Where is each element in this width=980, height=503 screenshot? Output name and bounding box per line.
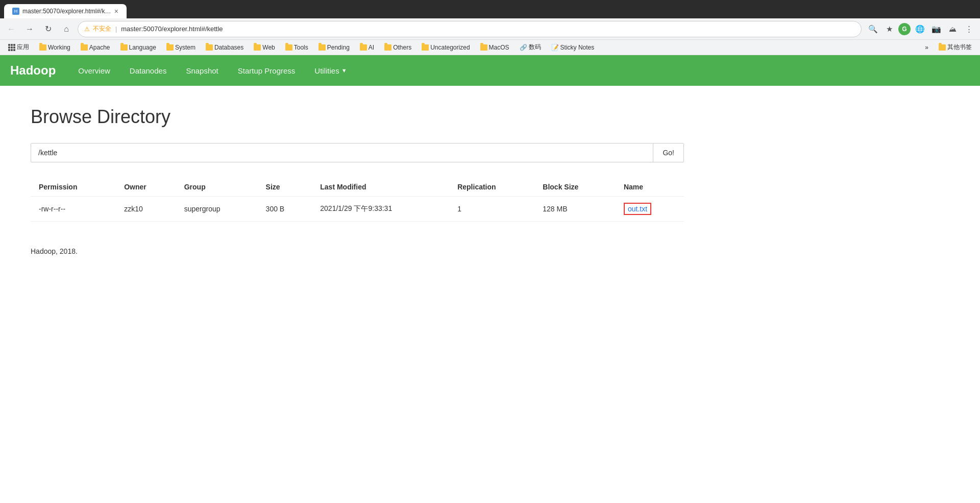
- bookmark-label: MacOS: [489, 44, 509, 51]
- col-replication: Replication: [449, 178, 534, 197]
- folder-icon: [318, 44, 326, 51]
- path-form: Go!: [31, 143, 684, 162]
- table-body: -rw-r--r-- zzk10 supergroup 300 B 2021/1…: [31, 197, 684, 222]
- bookmark-tools[interactable]: Tools: [281, 43, 312, 52]
- folder-icon: [422, 44, 429, 51]
- table-header: Permission Owner Group Size Last Modifie…: [31, 178, 684, 197]
- directory-table: Permission Owner Group Size Last Modifie…: [31, 178, 684, 222]
- table-row: -rw-r--r-- zzk10 supergroup 300 B 2021/1…: [31, 197, 684, 222]
- cell-block-size: 128 MB: [534, 197, 616, 222]
- bookmark-label: Working: [48, 44, 70, 51]
- bookmark-label: Language: [129, 44, 156, 51]
- bookmarks-more-button[interactable]: »: [921, 43, 933, 52]
- bookmark-pending[interactable]: Pending: [314, 43, 354, 52]
- bookmark-label: Uncategorized: [430, 44, 470, 51]
- bookmark-ai[interactable]: AI: [356, 43, 378, 52]
- bookmark-sticky-notes[interactable]: 📝 Sticky Notes: [547, 43, 599, 52]
- bookmark-label: Databases: [214, 44, 243, 51]
- nav-snapshot[interactable]: Snapshot: [184, 62, 220, 79]
- go-button[interactable]: Go!: [653, 143, 683, 162]
- col-size: Size: [258, 178, 312, 197]
- cell-name: out.txt: [616, 197, 684, 222]
- browser-chrome: H master:50070/explorer.html#/kettle × ←…: [0, 0, 980, 55]
- bookmark-label: Sticky Notes: [560, 44, 595, 51]
- folder-icon: [939, 44, 946, 51]
- hadoop-logo: Hadoop: [10, 63, 56, 78]
- separator: |: [115, 26, 117, 33]
- bookmark-other-bookmarks[interactable]: 其他书签: [935, 42, 976, 53]
- cell-last-modified: 2021/1/29 下午9:33:31: [312, 197, 449, 222]
- bookmark-label: Web: [262, 44, 275, 51]
- bookmark-macos[interactable]: MacOS: [476, 43, 513, 52]
- browser-tabs: H master:50070/explorer.html#/kettle ×: [0, 0, 980, 18]
- bookmark-digits[interactable]: 🔗 数码: [516, 42, 545, 53]
- forward-button[interactable]: →: [22, 22, 37, 36]
- bookmark-apps[interactable]: 应用: [4, 42, 33, 53]
- tab-favicon: H: [12, 8, 19, 15]
- folder-icon: [81, 44, 88, 51]
- bookmark-databases[interactable]: Databases: [202, 43, 248, 52]
- apps-grid-icon: [8, 44, 15, 51]
- security-icon: ⚠: [84, 26, 90, 33]
- bookmark-uncategorized[interactable]: Uncategorized: [418, 43, 474, 52]
- col-group: Group: [176, 178, 258, 197]
- bookmark-system[interactable]: System: [162, 43, 200, 52]
- footer-text: Hadoop, 2018.: [31, 247, 949, 255]
- nav-overview[interactable]: Overview: [76, 62, 112, 79]
- utilities-dropdown-arrow: ▼: [341, 67, 347, 74]
- more-button[interactable]: ⋮: [962, 22, 976, 36]
- col-name: Name: [616, 178, 684, 197]
- reload-button[interactable]: ↻: [41, 22, 55, 36]
- folder-icon: [285, 44, 292, 51]
- search-button[interactable]: 🔍: [866, 22, 880, 36]
- cell-replication: 1: [449, 197, 534, 222]
- home-button[interactable]: ⌂: [59, 22, 74, 36]
- nav-startup-progress[interactable]: Startup Progress: [236, 62, 298, 79]
- screenshot-button[interactable]: 📷: [929, 22, 943, 36]
- cell-size: 300 B: [258, 197, 312, 222]
- browser-toolbar: ← → ↻ ⌂ ⚠ 不安全 | 🔍 ★ G 🌐 📷 ⛰ ⋮: [0, 18, 980, 40]
- hadoop-navbar: Hadoop Overview Datanodes Snapshot Start…: [0, 55, 980, 86]
- bookmark-label: AI: [369, 44, 374, 51]
- bookmark-label: Pending: [327, 44, 350, 51]
- folder-icon: [166, 44, 174, 51]
- col-permission: Permission: [31, 178, 116, 197]
- active-tab[interactable]: H master:50070/explorer.html#/kettle ×: [4, 4, 127, 18]
- cell-permission: -rw-r--r--: [31, 197, 116, 222]
- bookmark-label: Others: [393, 44, 411, 51]
- toolbar-icons: 🔍 ★ G 🌐 📷 ⛰ ⋮: [866, 22, 976, 36]
- apps-label: 应用: [17, 43, 29, 52]
- page-title: Browse Directory: [31, 106, 949, 128]
- bookmarks-bar: 应用 Working Apache Language System Databa…: [0, 40, 980, 55]
- col-last-modified: Last Modified: [312, 178, 449, 197]
- address-bar-container: ⚠ 不安全 |: [78, 21, 862, 37]
- bookmark-web[interactable]: Web: [250, 43, 279, 52]
- cell-owner: zzk10: [116, 197, 176, 222]
- extensions-button[interactable]: ⛰: [945, 22, 960, 36]
- bookmark-label: 数码: [529, 43, 541, 52]
- tab-close-button[interactable]: ×: [114, 7, 118, 15]
- main-content: Browse Directory Go! Permission Owner Gr…: [0, 86, 980, 276]
- nav-utilities[interactable]: Utilities ▼: [312, 62, 349, 79]
- nav-datanodes[interactable]: Datanodes: [128, 62, 169, 79]
- bookmark-others[interactable]: Others: [380, 43, 415, 52]
- folder-icon: [39, 44, 46, 51]
- folder-icon: [254, 44, 261, 51]
- translate-button[interactable]: 🌐: [913, 22, 927, 36]
- bookmark-working[interactable]: Working: [35, 43, 75, 52]
- address-input[interactable]: [121, 25, 855, 33]
- note-icon: 📝: [551, 44, 559, 51]
- file-link[interactable]: out.txt: [624, 203, 651, 215]
- back-button[interactable]: ←: [4, 22, 18, 36]
- bookmark-star-button[interactable]: ★: [882, 22, 896, 36]
- tab-title: master:50070/explorer.html#/kettle: [22, 8, 111, 15]
- utilities-label: Utilities: [314, 66, 339, 75]
- bookmark-language[interactable]: Language: [116, 43, 160, 52]
- path-input[interactable]: [31, 143, 653, 162]
- more-label: »: [925, 44, 928, 51]
- bookmark-apache[interactable]: Apache: [77, 43, 114, 52]
- profile-avatar[interactable]: G: [898, 23, 911, 35]
- bookmark-label: Apache: [89, 44, 110, 51]
- folder-icon: [384, 44, 391, 51]
- cell-group: supergroup: [176, 197, 258, 222]
